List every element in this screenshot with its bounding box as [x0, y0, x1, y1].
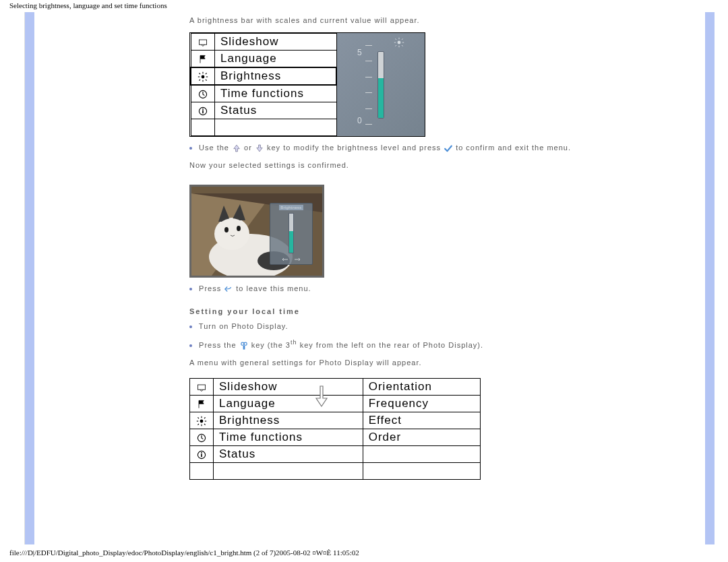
bullet-line: Press the key (the 3th key from the left…	[189, 338, 698, 369]
svg-line-44	[204, 417, 206, 418]
table-row: Time functions	[191, 85, 336, 102]
svg-line-6	[199, 73, 200, 74]
text-fragment: Press	[199, 284, 224, 292]
svg-point-14	[398, 41, 401, 44]
settings-key-icon	[239, 341, 251, 349]
left-stripe	[25, 12, 34, 544]
text-line: A menu with general settings for Photo D…	[189, 357, 698, 369]
brightness-fill	[378, 78, 384, 118]
brightness-icon	[191, 67, 215, 85]
menu-table-2: Slideshow Orientation Language Frequency…	[189, 378, 481, 480]
text-fragment: to leave this menu.	[236, 284, 311, 292]
menu-item-label: Time functions	[215, 85, 337, 102]
svg-rect-35	[243, 346, 245, 350]
table-row: Language	[191, 51, 336, 68]
svg-point-31	[237, 226, 241, 231]
right-stripe	[705, 12, 715, 544]
text-fragment: Turn on Photo Display.	[199, 322, 289, 330]
page-footer: file:///D|/EDFU/Digital_photo_Display/ed…	[0, 544, 728, 557]
svg-line-43	[204, 424, 206, 425]
menu-item-label: Brightness	[214, 412, 363, 429]
table-row	[190, 463, 481, 480]
bullet-line: Press to leave this menu.	[189, 283, 698, 295]
bullet-icon	[189, 288, 192, 290]
overlay-track	[289, 213, 294, 253]
brightness-pane: 5 0	[337, 33, 425, 136]
up-arrow-icon	[232, 144, 244, 152]
svg-point-33	[241, 342, 243, 345]
menu-item-label: Orientation	[363, 379, 480, 396]
bullet-icon	[189, 344, 192, 347]
menu-item-label: Slideshow	[214, 379, 363, 396]
overlay-title: Brightness	[279, 205, 303, 210]
content-area: A brightness bar with scales and current…	[34, 12, 705, 485]
menu-item-label: Effect	[363, 412, 480, 429]
table-row: Slideshow Orientation	[190, 379, 481, 396]
figure-photo-preview: Brightness	[189, 185, 324, 278]
menu-table-1: Slideshow Language Brightness	[190, 33, 337, 136]
down-arrow-icon	[255, 144, 267, 152]
svg-line-22	[395, 45, 396, 46]
svg-line-7	[206, 80, 207, 81]
document-frame: A brightness bar with scales and current…	[24, 12, 715, 544]
svg-line-21	[402, 38, 403, 40]
clock-icon	[191, 85, 215, 102]
svg-rect-0	[199, 40, 206, 44]
menu-item-label: Language	[214, 396, 363, 412]
slideshow-icon	[191, 34, 215, 51]
svg-point-37	[200, 419, 204, 423]
table-row: Status	[190, 446, 481, 463]
menu-item-label: Brightness	[215, 67, 337, 85]
svg-line-45	[198, 424, 199, 425]
table-row: Status	[191, 102, 336, 119]
figure-menu-settings: Slideshow Orientation Language Frequency…	[189, 378, 481, 480]
superscript: th	[291, 339, 297, 346]
svg-rect-49	[201, 452, 202, 454]
svg-line-9	[199, 80, 200, 81]
flag-icon	[190, 396, 214, 412]
section-heading: Setting your local time	[189, 307, 698, 315]
table-row: Language Frequency	[190, 396, 481, 412]
svg-rect-12	[202, 110, 204, 113]
svg-line-19	[395, 38, 396, 40]
text-fragment: key to modify the brightness level and p…	[267, 144, 444, 152]
brightness-track	[377, 51, 384, 119]
page-header: Selecting brightness, language and set t…	[0, 0, 728, 11]
svg-rect-36	[198, 385, 205, 389]
intro-text: A brightness bar with scales and current…	[189, 16, 698, 24]
menu-item-label: Status	[214, 446, 363, 463]
text-fragment: or	[244, 144, 255, 152]
svg-line-42	[198, 417, 199, 418]
slideshow-icon	[190, 379, 214, 396]
info-icon	[190, 446, 214, 463]
sun-icon	[394, 37, 404, 49]
clock-icon	[190, 429, 214, 446]
text-fragment: to confirm and exit the menu.	[456, 144, 571, 152]
menu-item-label: Language	[215, 51, 337, 68]
table-row-selected: Brightness	[191, 67, 336, 85]
text-fragment: key (the 3	[251, 341, 291, 349]
svg-point-34	[244, 342, 247, 345]
table-row: Time functions Order	[190, 429, 481, 446]
bullet-line: Use the or key to modify the brightness …	[189, 142, 698, 171]
info-icon	[191, 102, 215, 119]
menu-item-label: Status	[215, 102, 337, 119]
table-row	[191, 119, 336, 136]
text-fragment: Use the	[199, 144, 232, 152]
scale-label-bottom: 0	[357, 116, 363, 125]
figure-menu-brightness: Slideshow Language Brightness	[189, 32, 425, 137]
flag-icon	[191, 51, 215, 68]
menu-item-label: Order	[363, 429, 480, 446]
svg-rect-13	[202, 108, 204, 110]
bullet-icon	[189, 147, 192, 150]
table-row: Brightness Effect	[190, 412, 481, 429]
check-icon	[444, 144, 456, 152]
svg-point-30	[224, 227, 229, 232]
table-row: Slideshow	[191, 34, 336, 51]
confirm-text: Now your selected settings is confirmed.	[189, 160, 698, 172]
text-fragment: Press the	[199, 341, 239, 349]
svg-point-1	[202, 75, 205, 78]
svg-line-8	[206, 73, 207, 74]
menu-item-label: Slideshow	[215, 34, 337, 51]
bullet-line: Turn on Photo Display.	[189, 321, 698, 333]
